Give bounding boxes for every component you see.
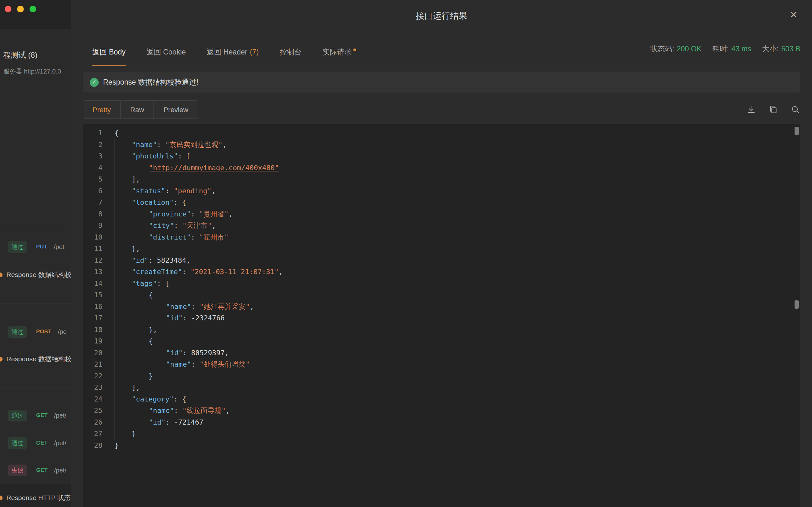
line-number: 13 — [83, 266, 102, 278]
line-number: 10 — [83, 232, 102, 243]
assertion-dot-icon — [0, 496, 3, 500]
code-line: 12"id": 5823484, — [83, 255, 800, 267]
line-content: "id": 5823484, — [102, 255, 190, 267]
tab-return-header[interactable]: 返回 Header(7) — [207, 47, 259, 66]
method-label: GET — [36, 412, 48, 418]
tab-label: 控制台 — [280, 48, 302, 56]
viewer-actions — [746, 105, 800, 114]
line-number: 22 — [83, 371, 102, 382]
download-icon[interactable] — [746, 105, 756, 114]
line-content: { — [102, 289, 153, 301]
tabs-divider — [83, 66, 800, 66]
line-number: 20 — [83, 347, 102, 359]
tab-return-cookie[interactable]: 返回 Cookie — [147, 47, 186, 66]
line-content: "id": 80529397, — [102, 347, 229, 359]
close-window-icon[interactable] — [5, 6, 11, 12]
line-content: } — [102, 428, 136, 440]
test-step-row[interactable]: 失败 GET /pet/ — [0, 464, 71, 476]
line-content: "id": -721467 — [102, 417, 203, 429]
code-line: 8"province": "贵州省", — [83, 209, 800, 220]
tab-console[interactable]: 控制台 — [280, 47, 302, 66]
line-number: 19 — [83, 336, 102, 347]
code-line: 7"location": { — [83, 197, 800, 209]
tab-actual-request[interactable]: 实际请求 — [322, 47, 356, 66]
duration-value: 43 ms — [731, 45, 751, 53]
code-line: 25"name": "线拉面导规", — [83, 405, 800, 417]
line-number: 23 — [83, 382, 102, 394]
sidebar-server-url: 服务器 http://127.0.0 — [3, 67, 71, 76]
pretty-button[interactable]: Pretty — [83, 101, 120, 119]
tab-return-body[interactable]: 返回 Body — [92, 47, 125, 66]
viewer-toolbar: Pretty Raw Preview — [83, 100, 800, 119]
size-value: 503 B — [781, 45, 800, 53]
minimize-window-icon[interactable] — [17, 6, 24, 12]
code-line: 20"id": 80529397, — [83, 347, 800, 359]
line-content: "status": "pending", — [102, 185, 216, 197]
line-content: "city": "天津市", — [102, 220, 216, 232]
line-content: "location": { — [102, 197, 186, 209]
line-number: 16 — [83, 301, 102, 313]
line-content: } — [102, 440, 119, 452]
tab-label: 返回 Header — [207, 48, 247, 56]
scrollbar-thumb[interactable] — [795, 127, 799, 135]
code-line: 22} — [83, 371, 800, 382]
line-number: 2 — [83, 139, 102, 151]
line-content: { — [102, 127, 119, 139]
code-line: 4"http://dummyimage.com/400x400" — [83, 162, 800, 174]
assertion-row[interactable]: Response 数据结构校 — [0, 353, 71, 365]
code-line: 1{ — [83, 127, 800, 139]
status-badge: 失败 — [8, 464, 27, 476]
assertion-dot-icon — [0, 273, 3, 277]
modal-title: 接口运行结果 — [71, 10, 812, 21]
assertion-label: Response 数据结构校 — [6, 270, 71, 279]
search-icon[interactable] — [791, 105, 800, 114]
line-number: 17 — [83, 313, 102, 324]
preview-button[interactable]: Preview — [154, 101, 198, 119]
maximize-window-icon[interactable] — [30, 6, 36, 12]
tab-label: 返回 Body — [92, 48, 125, 56]
code-line: 19{ — [83, 336, 800, 347]
code-line: 15{ — [83, 289, 800, 301]
line-content: ], — [102, 382, 140, 394]
raw-button[interactable]: Raw — [120, 101, 154, 119]
assertion-row[interactable]: Response HTTP 状态 — [0, 492, 71, 504]
sidebar-divider — [0, 303, 71, 303]
response-tabs: 返回 Body 返回 Cookie 返回 Header(7) 控制台 实际请求 — [92, 41, 356, 66]
code-line: 24"category": { — [83, 394, 800, 405]
line-number: 28 — [83, 440, 102, 452]
test-step-row[interactable]: 通过 GET /pet/ — [0, 409, 71, 422]
request-path: /pet/ — [54, 467, 66, 474]
line-content: { — [102, 336, 153, 347]
line-number: 24 — [83, 394, 102, 405]
line-content: "province": "贵州省", — [102, 209, 233, 220]
line-number: 6 — [83, 185, 102, 197]
test-step-row[interactable]: 通过 PUT /pet — [0, 240, 71, 253]
code-line: 28} — [83, 440, 800, 452]
code-line: 11}, — [83, 243, 800, 255]
line-content: "photoUrls": [ — [102, 151, 190, 162]
request-path: /pet/ — [54, 440, 66, 447]
code-line: 2"name": "京民实到拉也观", — [83, 139, 800, 151]
assertion-row[interactable]: Response 数据结构校 — [0, 268, 71, 281]
line-number: 4 — [83, 162, 102, 174]
copy-icon[interactable] — [768, 105, 778, 114]
line-number: 26 — [83, 417, 102, 429]
test-step-row[interactable]: 通过 POST /pe — [0, 326, 71, 338]
assertion-label: Response 数据结构校 — [6, 354, 71, 363]
assertion-dot-icon — [0, 357, 3, 361]
response-body-viewer[interactable]: 1{2"name": "京民实到拉也观",3"photoUrls": [4"ht… — [83, 124, 800, 507]
code-line: 23], — [83, 382, 800, 394]
test-step-row[interactable]: 通过 GET /pet/ — [0, 437, 71, 449]
scrollbar-marker[interactable] — [795, 300, 799, 308]
request-path: /pet/ — [54, 412, 66, 419]
validation-message: Response 数据结构校验通过! — [103, 77, 198, 87]
method-label: POST — [36, 329, 51, 335]
code-line: 9"city": "天津市", — [83, 220, 800, 232]
line-content: "name": "她江再并采安", — [102, 301, 254, 313]
close-icon[interactable]: × — [786, 7, 801, 22]
line-content: "name": "处得头们增类" — [102, 359, 250, 371]
line-number: 7 — [83, 197, 102, 209]
response-stats: 状态码:200 OK 耗时:43 ms 大小:503 B — [650, 41, 800, 57]
traffic-lights — [5, 6, 36, 12]
line-content: "category": { — [102, 394, 186, 405]
